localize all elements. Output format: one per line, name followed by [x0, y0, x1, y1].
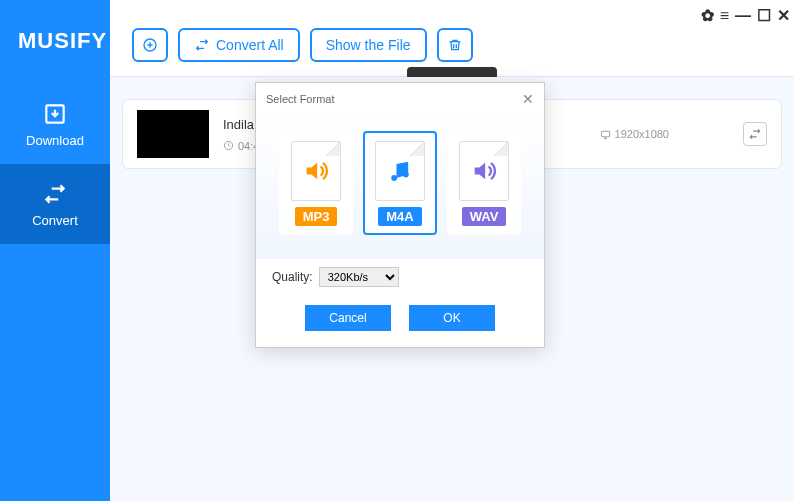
music-note-icon [386, 157, 414, 185]
quality-select[interactable]: 320Kb/s [319, 267, 399, 287]
speaker-icon [470, 157, 498, 185]
format-wav[interactable]: WAV [447, 131, 521, 235]
format-label: M4A [378, 207, 421, 226]
format-options: MP3 M4A WAV [256, 115, 544, 259]
quality-row: Quality: 320Kb/s [256, 259, 544, 301]
modal-buttons: Cancel OK [256, 301, 544, 347]
quality-label: Quality: [272, 270, 313, 284]
modal-backdrop: Select Format ✕ MP3 M4A WAV [0, 0, 800, 501]
file-icon [291, 141, 341, 201]
file-icon [459, 141, 509, 201]
file-icon [375, 141, 425, 201]
format-m4a[interactable]: M4A [363, 131, 437, 235]
svg-point-4 [391, 175, 397, 181]
speaker-icon [302, 157, 330, 185]
modal-title: Select Format [266, 93, 334, 105]
ok-button[interactable]: OK [409, 305, 495, 331]
modal-header: Select Format ✕ [256, 83, 544, 115]
format-label: WAV [462, 207, 507, 226]
format-mp3[interactable]: MP3 [279, 131, 353, 235]
select-format-modal: Select Format ✕ MP3 M4A WAV [255, 82, 545, 348]
svg-point-5 [403, 171, 409, 177]
modal-close-button[interactable]: ✕ [522, 91, 534, 107]
cancel-button[interactable]: Cancel [305, 305, 391, 331]
format-label: MP3 [295, 207, 338, 226]
